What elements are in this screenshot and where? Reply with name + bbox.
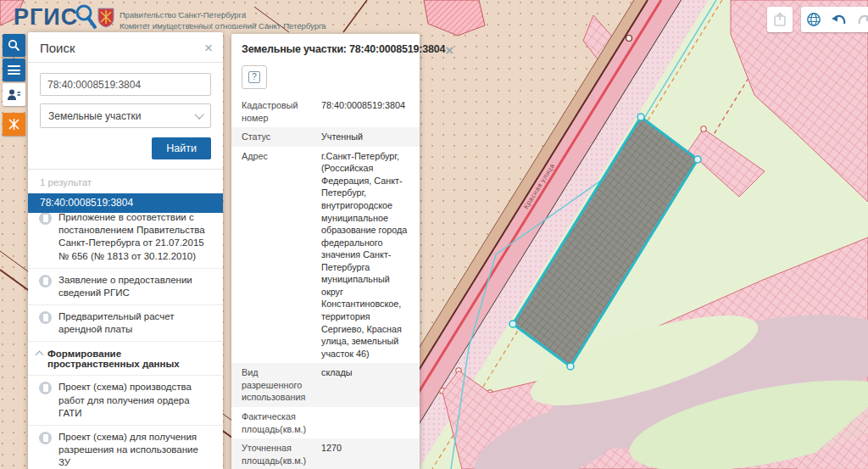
document-icon: [39, 382, 52, 394]
close-icon[interactable]: ×: [204, 41, 213, 55]
question-icon: ?: [248, 71, 260, 83]
attribute-label: Фактическая площадь(кв.м.): [242, 410, 321, 435]
attribute-table: Кадастровый номер78:40:0008519:3804Стату…: [231, 96, 420, 469]
attribute-label: Статус: [242, 131, 321, 143]
sidebar-emblem-button[interactable]: [3, 113, 25, 136]
attribute-row: Уточненная площадь(кв.м.)1270: [231, 438, 420, 469]
magnifier-logo-icon: [73, 3, 98, 31]
logo-text: РГИС: [14, 4, 78, 31]
result-list-item[interactable]: Предварительный расчет арендной платы: [28, 305, 223, 342]
result-list-item[interactable]: Приложение в соответствии с постановлени…: [28, 206, 223, 269]
attribute-label: Вид разрешенного использования: [242, 366, 321, 404]
document-icon: [39, 432, 52, 444]
find-button[interactable]: Найти: [152, 137, 211, 159]
selected-result[interactable]: 78:40:0008519:3804: [28, 193, 223, 213]
share-icon: [773, 12, 787, 27]
export-button[interactable]: [767, 7, 793, 32]
attribute-value: Учтенный: [321, 131, 411, 143]
map-history-controls: [801, 7, 868, 32]
sidebar-user-button[interactable]: [3, 83, 25, 106]
item-label: Проект (схема) для получения разрешения …: [58, 431, 213, 469]
attribute-label: Кадастровый номер: [242, 99, 321, 124]
globe-button[interactable]: [801, 7, 826, 32]
search-panel: Поиск × Земельные участки Найти 1 резуль…: [28, 32, 223, 469]
globe-icon: [806, 12, 821, 27]
close-icon[interactable]: ×: [445, 43, 453, 58]
result-list-item[interactable]: Проект (схема) для получения разрешения …: [28, 426, 223, 469]
document-icon: [39, 311, 52, 324]
item-label: Проект (схема) производства работ для по…: [58, 381, 213, 420]
user-icon: [7, 88, 21, 101]
chevron-down-icon: [194, 109, 203, 119]
attribute-row: Адресг.Санкт-Петербург, (Российская Феде…: [231, 147, 420, 364]
attribute-row: СтатусУчтенный: [231, 127, 420, 147]
search-icon: [8, 39, 20, 52]
attribute-value: [321, 410, 411, 435]
attribute-row: Кадастровый номер78:40:0008519:3804: [231, 96, 420, 127]
item-label: Формирование пространственных данных: [47, 349, 213, 369]
undo-button[interactable]: [826, 7, 852, 32]
attribute-value: г.Санкт-Петербург, (Российская Федерация…: [321, 150, 411, 360]
attribute-value: 1270: [321, 442, 411, 466]
attribute-row: Вид разрешенного использованиясклады: [231, 363, 420, 407]
rgis-logo[interactable]: РГИС: [14, 4, 98, 31]
result-list-item[interactable]: Проект (схема) производства работ для по…: [28, 376, 223, 426]
redo-button[interactable]: [852, 7, 868, 32]
sidebar-search-button[interactable]: [3, 34, 25, 57]
result-section-header[interactable]: Формирование пространственных данных: [28, 342, 223, 376]
item-label: Приложение в соответствии с постановлени…: [58, 211, 213, 263]
anchors-emblem-icon: [8, 118, 20, 131]
parcel-details-panel: Земельные участки: 78:40:0008519:3804 × …: [231, 34, 420, 469]
sidebar-menu-button[interactable]: [3, 59, 25, 81]
result-list-item[interactable]: Заявление о предоставлении сведений РГИС: [28, 269, 223, 305]
spb-coat-of-arms-icon: [97, 8, 114, 31]
collapse-icon: [36, 351, 44, 360]
search-input[interactable]: [40, 73, 211, 96]
government-caption: Правительство Санкт-Петербурга Комитет и…: [120, 9, 326, 32]
details-panel-title: Земельные участки: 78:40:0008519:3804: [242, 43, 445, 55]
attribute-label: Уточненная площадь(кв.м.): [242, 442, 321, 466]
government-line1: Правительство Санкт-Петербурга: [120, 9, 326, 20]
identify-tool-button[interactable]: ?: [242, 65, 267, 89]
document-icon: [39, 275, 52, 288]
attribute-row: Фактическая площадь(кв.м.): [231, 407, 420, 438]
redo-arrow-icon: [856, 13, 868, 26]
attribute-value: склады: [321, 366, 411, 404]
undo-arrow-icon: [831, 13, 848, 26]
search-result-list: Приложение в соответствии с постановлени…: [28, 206, 223, 469]
document-icon: [39, 212, 52, 225]
category-select[interactable]: Земельные участки: [40, 103, 211, 128]
menu-icon: [8, 65, 20, 75]
government-line2: Комитет имущественных отношений Санкт-Пе…: [120, 20, 326, 31]
attribute-label: Адрес: [242, 150, 321, 360]
rgis-app: Красная улица Красная улица: [0, 0, 868, 469]
results-count: 1 результат: [28, 169, 223, 193]
attribute-value: 78:40:0008519:3804: [321, 99, 411, 124]
item-label: Заявление о предоставлении сведений РГИС: [58, 274, 213, 299]
category-select-value: Земельные участки: [48, 110, 141, 122]
search-panel-title: Поиск: [40, 41, 75, 55]
item-label: Предварительный расчет арендной платы: [58, 310, 213, 336]
